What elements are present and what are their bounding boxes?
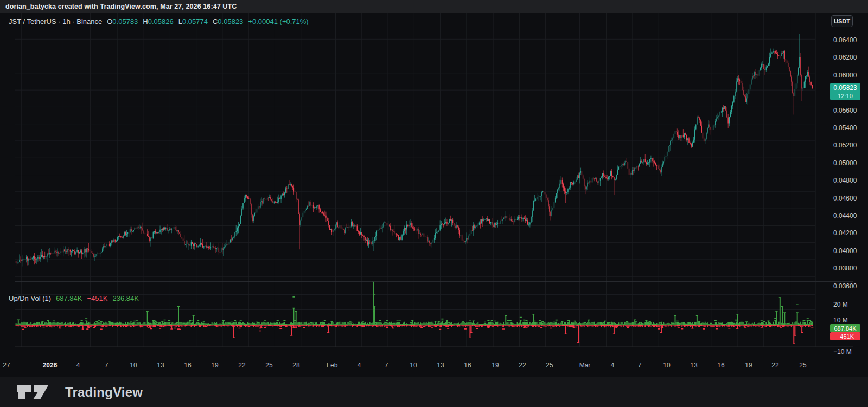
volume-axis-label: 10 M bbox=[833, 316, 848, 324]
candlestick-chart[interactable] bbox=[0, 13, 868, 377]
ohlc-values: O0.05783H0.05826L0.05774C0.05823 bbox=[107, 17, 243, 25]
price-axis-label: 0.06000 bbox=[833, 72, 857, 79]
tradingview-snapshot: dorian_batycka created with TradingView.… bbox=[0, 0, 868, 407]
price-axis-label: 0.03800 bbox=[833, 264, 857, 272]
indicator-name: Up/Dn Vol (1) bbox=[9, 294, 51, 302]
volume-indicator-legend[interactable]: Up/Dn Vol (1) 687.84K−451K236.84K bbox=[9, 294, 139, 302]
price-axis-label: 0.04400 bbox=[833, 212, 857, 219]
time-axis-label: 7 bbox=[638, 361, 642, 369]
indicator-values: 687.84K−451K236.84K bbox=[56, 294, 139, 302]
tradingview-logo-text: TradingView bbox=[65, 385, 143, 400]
price-axis-label: 0.06400 bbox=[833, 36, 857, 44]
attribution-bar: dorian_batycka created with TradingView.… bbox=[0, 0, 868, 13]
up-volume-dashes bbox=[17, 281, 812, 324]
time-axis-label: 22 bbox=[519, 361, 526, 369]
attribution-text: dorian_batycka created with TradingView.… bbox=[5, 3, 237, 10]
current-price-badge: 0.05823 12:10 bbox=[830, 83, 860, 100]
symbol-title: JST / TetherUS · 1h · Binance bbox=[9, 17, 102, 25]
time-axis-label: 2026 bbox=[43, 361, 58, 369]
time-axis-label: 13 bbox=[437, 361, 444, 369]
price-axis-label: 0.04600 bbox=[833, 195, 857, 202]
ohlc-l: L0.05774 bbox=[178, 17, 208, 25]
time-axis-label: Mar bbox=[579, 361, 591, 369]
indicator-value: 687.84K bbox=[56, 294, 82, 302]
price-axis-label: 0.04000 bbox=[833, 247, 857, 255]
symbol-legend[interactable]: JST / TetherUS · 1h · Binance O0.05783H0… bbox=[9, 17, 309, 25]
tradingview-logo[interactable]: TradingView bbox=[16, 385, 143, 400]
time-axis-label: 7 bbox=[105, 361, 108, 369]
up-volume-badge: 687.84K bbox=[830, 324, 860, 332]
price-axis-label: 0.05200 bbox=[833, 141, 857, 149]
time-axis-label: 19 bbox=[492, 361, 499, 369]
time-axis-label: 28 bbox=[292, 361, 299, 369]
time-axis-label: 22 bbox=[771, 361, 778, 369]
time-axis-label: 4 bbox=[358, 361, 361, 369]
footer-bar: TradingView bbox=[0, 377, 868, 407]
tradingview-logo-icon bbox=[16, 385, 59, 400]
time-axis-label: 25 bbox=[265, 361, 272, 369]
time-axis-label: 16 bbox=[464, 361, 471, 369]
bar-countdown: 12:10 bbox=[830, 92, 860, 100]
volume-axis-label: 20 M bbox=[833, 301, 848, 308]
ohlc-h: H0.05826 bbox=[143, 17, 173, 25]
time-axis-label: 27 bbox=[3, 361, 10, 369]
indicator-value: −451K bbox=[87, 294, 107, 302]
change-value: +0.00041 (+0.71%) bbox=[248, 17, 308, 25]
time-axis-label: 22 bbox=[238, 361, 245, 369]
chart-region: JST / TetherUS · 1h · Binance O0.05783H0… bbox=[0, 13, 868, 377]
time-axis-label: 16 bbox=[717, 361, 724, 369]
price-axis-label: 0.06200 bbox=[833, 54, 857, 61]
current-price-value: 0.05823 bbox=[830, 84, 860, 92]
time-axis-label: 19 bbox=[211, 361, 218, 369]
time-axis-label: 4 bbox=[611, 361, 615, 369]
price-axis-label: 0.04800 bbox=[833, 177, 857, 184]
time-axis-label: 10 bbox=[663, 361, 670, 369]
time-axis-label: 13 bbox=[157, 361, 164, 369]
currency-toggle-button[interactable]: USDT bbox=[831, 15, 853, 27]
price-axis-label: 0.03600 bbox=[833, 282, 857, 290]
price-axis-label: 0.05000 bbox=[833, 159, 857, 167]
down-volume-dashes bbox=[22, 326, 813, 344]
price-axis-label: 0.05600 bbox=[833, 107, 857, 114]
time-axis-label: 25 bbox=[799, 361, 806, 369]
price-axis-label: 0.04200 bbox=[833, 229, 857, 237]
time-axis-label: 4 bbox=[76, 361, 80, 369]
time-axis-label: 13 bbox=[690, 361, 697, 369]
up-candle-wicks bbox=[17, 34, 808, 267]
ohlc-c: C0.05823 bbox=[213, 17, 243, 25]
price-axis-label: 0.05400 bbox=[833, 124, 857, 132]
time-axis-label: 16 bbox=[184, 361, 191, 369]
ohlc-o: O0.05783 bbox=[107, 17, 138, 25]
time-axis-label: 10 bbox=[410, 361, 417, 369]
volume-axis-label: −10 M bbox=[833, 348, 852, 356]
time-axis-label: 7 bbox=[385, 361, 388, 369]
time-axis-label: 25 bbox=[546, 361, 553, 369]
down-volume-badge: −451K bbox=[830, 332, 860, 340]
indicator-value: 236.84K bbox=[112, 294, 138, 302]
up-candle-bodies bbox=[17, 51, 808, 263]
time-axis-label: 10 bbox=[130, 361, 137, 369]
time-axis-label: 19 bbox=[745, 361, 752, 369]
time-axis-label: Feb bbox=[327, 361, 338, 369]
